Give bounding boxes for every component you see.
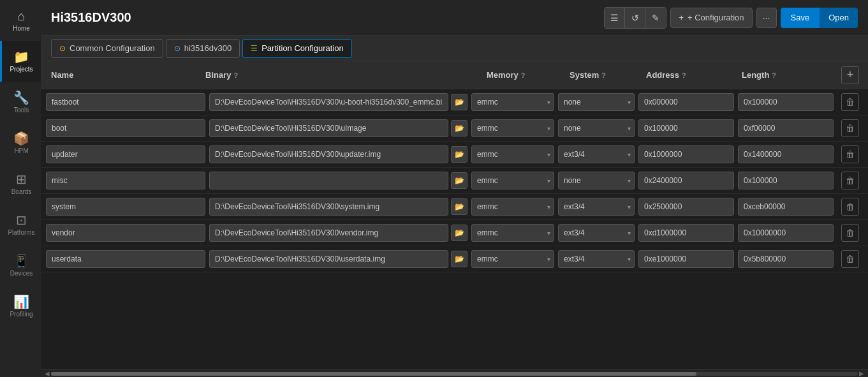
scroll-right-arrow[interactable]: ▶	[858, 370, 865, 378]
system-select[interactable]: noneext3/4vfatubifsjffs2	[558, 145, 635, 163]
address-input[interactable]	[638, 250, 734, 268]
memory-help-icon[interactable]: ?	[521, 71, 526, 79]
col-binary: Binary ?	[205, 70, 487, 80]
scroll-left-arrow[interactable]: ◀	[43, 370, 51, 378]
delete-row-button[interactable]: 🗑	[841, 119, 859, 137]
memory-select[interactable]: emmcnandnor	[471, 119, 554, 137]
save-button[interactable]: Save	[781, 8, 820, 28]
browse-button[interactable]: 📂	[451, 251, 467, 267]
memory-select[interactable]: emmcnandnor	[471, 224, 554, 242]
table-row: 📂 emmcnandnor noneext3/4vfatubifsjffs2 🗑	[41, 220, 868, 246]
length-input[interactable]	[738, 198, 834, 216]
system-select[interactable]: noneext3/4vfatubifsjffs2	[558, 172, 635, 189]
browse-button[interactable]: 📂	[451, 198, 467, 215]
binary-input[interactable]	[209, 250, 448, 268]
sidebar-item-boards[interactable]: ⊞ Boards	[0, 163, 41, 204]
name-input[interactable]	[46, 119, 205, 137]
sidebar: ⌂ Home 📁 Projects 🔧 Tools 📦 HPM ⊞ Boards…	[0, 0, 41, 377]
binary-input[interactable]	[209, 93, 448, 111]
memory-select[interactable]: emmcnandnor	[471, 145, 554, 163]
browse-button[interactable]: 📂	[451, 120, 467, 137]
address-input[interactable]	[638, 93, 734, 111]
delete-row-button[interactable]: 🗑	[841, 172, 859, 189]
system-select[interactable]: noneext3/4vfatubifsjffs2	[558, 250, 635, 268]
binary-input[interactable]	[209, 172, 448, 189]
address-input[interactable]	[638, 224, 734, 242]
delete-row-button[interactable]: 🗑	[841, 93, 859, 111]
browse-button[interactable]: 📂	[451, 94, 467, 110]
sidebar-item-profiling[interactable]: 📊 Profiling	[0, 286, 41, 327]
length-input[interactable]	[738, 93, 834, 111]
add-configuration-button[interactable]: + + Configuration	[670, 8, 752, 28]
tab-common-configuration[interactable]: ⊙ Common Configuration	[51, 39, 163, 58]
common-tab-icon: ⊙	[59, 44, 66, 53]
length-help-icon[interactable]: ?	[772, 71, 776, 79]
system-select[interactable]: noneext3/4vfatubifsjffs2	[558, 224, 635, 242]
length-input[interactable]	[738, 145, 834, 163]
system-help-icon[interactable]: ?	[601, 71, 606, 79]
name-input[interactable]	[46, 250, 205, 268]
name-input[interactable]	[46, 93, 205, 111]
length-input[interactable]	[738, 224, 834, 242]
table-row: 📂 emmcnandnor noneext3/4vfatubifsjffs2 🗑	[41, 194, 868, 220]
sidebar-item-tools[interactable]: 🔧 Tools	[0, 82, 41, 122]
system-cell: noneext3/4vfatubifsjffs2	[558, 172, 635, 189]
memory-select[interactable]: emmcnandnor	[471, 250, 554, 268]
binary-cell: 📂	[209, 145, 467, 163]
browse-button[interactable]: 📂	[451, 225, 467, 241]
memory-cell: emmcnandnor	[471, 224, 554, 242]
sidebar-item-hpm[interactable]: 📦 HPM	[0, 122, 41, 163]
name-input[interactable]	[46, 198, 205, 216]
address-input[interactable]	[638, 145, 734, 163]
name-input[interactable]	[46, 224, 205, 242]
sidebar-item-devices[interactable]: 📱 Devices	[0, 245, 41, 286]
binary-input[interactable]	[209, 198, 448, 216]
address-input[interactable]	[638, 172, 734, 189]
browse-button[interactable]: 📂	[451, 146, 467, 163]
address-input[interactable]	[638, 119, 734, 137]
open-button[interactable]: Open	[820, 8, 858, 28]
refresh-button[interactable]: ↺	[625, 8, 645, 28]
scrollbar-track[interactable]	[51, 372, 858, 376]
memory-select[interactable]: emmcnandnor	[471, 93, 554, 111]
sidebar-item-platforms[interactable]: ⊡ Platforms	[0, 204, 41, 245]
binary-cell: 📂	[209, 198, 467, 216]
system-select[interactable]: noneext3/4vfatubifsjffs2	[558, 93, 635, 111]
scrollbar-thumb[interactable]	[51, 372, 696, 376]
length-input[interactable]	[738, 119, 834, 137]
binary-help-icon[interactable]: ?	[233, 71, 238, 79]
home-icon: ⌂	[17, 10, 25, 22]
sidebar-item-home[interactable]: ⌂ Home	[0, 0, 41, 41]
add-row-button[interactable]: +	[841, 66, 859, 84]
memory-select[interactable]: emmcnandnor	[471, 198, 554, 216]
header: Hi3516DV300 ☰ ↺ ✎ + + Configuration ··· …	[41, 0, 868, 36]
length-input[interactable]	[738, 172, 834, 189]
sidebar-item-projects[interactable]: 📁 Projects	[0, 41, 41, 82]
list-button[interactable]: ☰	[605, 8, 625, 28]
hi3516-tab-icon: ⊙	[174, 44, 180, 53]
length-input[interactable]	[738, 250, 834, 268]
name-input[interactable]	[46, 172, 205, 189]
edit-button[interactable]: ✎	[645, 8, 666, 28]
delete-row-button[interactable]: 🗑	[841, 198, 859, 216]
binary-input[interactable]	[209, 145, 448, 163]
tab-hi3516dv300[interactable]: ⊙ hi3516dv300	[166, 39, 240, 58]
delete-row-button[interactable]: 🗑	[841, 145, 859, 163]
memory-cell: emmcnandnor	[471, 145, 554, 163]
system-select[interactable]: noneext3/4vfatubifsjffs2	[558, 198, 635, 216]
tab-partition-configuration[interactable]: ☰ Partition Configuration	[242, 39, 352, 58]
address-input[interactable]	[638, 198, 734, 216]
binary-input[interactable]	[209, 119, 448, 137]
table-body: 📂 emmcnandnor noneext3/4vfatubifsjffs2 🗑	[41, 89, 868, 272]
delete-row-button[interactable]: 🗑	[841, 250, 859, 268]
binary-input[interactable]	[209, 224, 448, 242]
system-select[interactable]: noneext3/4vfatubifsjffs2	[558, 119, 635, 137]
delete-row-button[interactable]: 🗑	[841, 224, 859, 242]
system-cell: noneext3/4vfatubifsjffs2	[558, 119, 635, 137]
memory-select[interactable]: emmcnandnor	[471, 172, 554, 189]
address-help-icon[interactable]: ?	[682, 71, 686, 79]
browse-button[interactable]: 📂	[451, 172, 467, 189]
horizontal-scrollbar[interactable]: ◀ ▶	[41, 369, 868, 377]
name-input[interactable]	[46, 145, 205, 163]
more-button[interactable]: ···	[756, 8, 777, 28]
